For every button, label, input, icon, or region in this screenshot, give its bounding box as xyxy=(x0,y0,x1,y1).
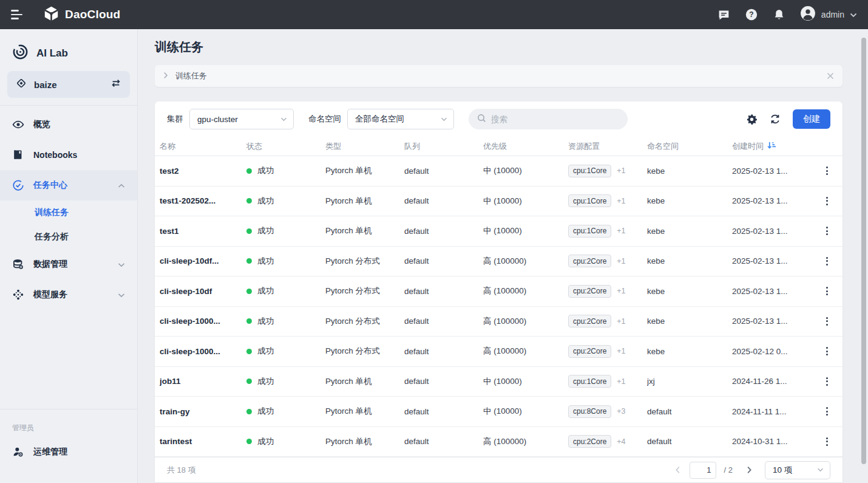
settings-gear-icon[interactable] xyxy=(746,114,758,125)
col-header-type[interactable]: 类型 xyxy=(325,141,404,152)
row-actions-kebab-icon[interactable] xyxy=(822,193,832,209)
close-icon[interactable] xyxy=(827,72,834,80)
filter-bar: 集群 gpu-cluster 命名空间 全部命名空间 xyxy=(155,101,843,137)
row-actions-kebab-icon[interactable] xyxy=(822,403,832,419)
job-type: Pytorch 单机 xyxy=(325,196,404,207)
prev-page-icon[interactable] xyxy=(674,465,682,475)
job-status: 成功 xyxy=(246,376,325,387)
job-name[interactable]: test2 xyxy=(160,166,246,176)
job-name[interactable]: test1 xyxy=(160,227,246,236)
resource-extra-count[interactable]: +1 xyxy=(617,287,625,295)
col-header-resources[interactable]: 资源配置 xyxy=(568,141,647,152)
col-header-created[interactable]: 创建时间 xyxy=(732,141,811,152)
resource-extra-count[interactable]: +1 xyxy=(617,347,625,355)
help-icon[interactable]: ? xyxy=(745,8,758,21)
job-name[interactable]: test1-202502... xyxy=(160,196,246,205)
col-header-status[interactable]: 状态 xyxy=(246,141,325,152)
col-header-name[interactable]: 名称 xyxy=(160,141,246,152)
resource-extra-count[interactable]: +1 xyxy=(617,227,625,235)
job-name[interactable]: cli-sleep-1000... xyxy=(160,317,246,326)
job-created-time: 2025-02-13 1... xyxy=(732,166,811,176)
messages-icon[interactable] xyxy=(717,9,730,21)
page-title: 训练任务 xyxy=(155,39,843,55)
sidebar-item-overview[interactable]: 概览 xyxy=(0,109,137,140)
notifications-bell-icon[interactable] xyxy=(773,9,785,21)
table-row[interactable]: job11 成功 Pytorch 单机 default 中 (10000) cp… xyxy=(155,367,843,397)
page-number-input[interactable] xyxy=(690,462,716,479)
row-actions-kebab-icon[interactable] xyxy=(822,374,832,389)
table-row[interactable]: train-gy 成功 Pytorch 单机 default 中 (10000)… xyxy=(155,397,843,427)
row-actions-kebab-icon[interactable] xyxy=(822,434,832,450)
job-name[interactable]: cli-sleep-10df xyxy=(160,287,246,296)
job-name[interactable]: train-gy xyxy=(160,407,246,416)
col-header-priority[interactable]: 优先级 xyxy=(483,141,568,152)
top-header: DaoCloud ? admin xyxy=(0,0,868,29)
job-resources: cpu:2Core +1 xyxy=(568,315,647,327)
page-size-select[interactable]: 10 项 xyxy=(765,461,830,479)
chevron-down-icon xyxy=(118,290,125,300)
refresh-icon[interactable] xyxy=(769,113,781,125)
row-actions-kebab-icon[interactable] xyxy=(822,343,832,359)
job-name[interactable]: cli-sleep-10df... xyxy=(160,256,246,265)
menu-toggle-icon[interactable] xyxy=(11,10,22,19)
status-dot-icon xyxy=(246,318,252,324)
job-name[interactable]: job11 xyxy=(160,377,246,386)
table-row[interactable]: test1-202502... 成功 Pytorch 单机 default 中 … xyxy=(155,187,843,217)
job-name[interactable]: tarintest xyxy=(160,437,246,446)
table-row[interactable]: tarintest 成功 Pytorch 单机 default 高 (10000… xyxy=(155,427,843,457)
job-queue: default xyxy=(404,287,483,296)
sidebar-item-notebooks[interactable]: Notebooks xyxy=(0,140,137,170)
namespace-select[interactable]: 全部命名空间 xyxy=(347,109,454,129)
next-page-icon[interactable] xyxy=(745,465,753,475)
col-header-namespace[interactable]: 命名空间 xyxy=(647,141,732,152)
workspace-switch-icon[interactable] xyxy=(110,78,121,91)
job-resources: cpu:8Core +3 xyxy=(568,405,647,418)
chevron-right-icon[interactable] xyxy=(163,70,168,81)
resource-extra-count[interactable]: +1 xyxy=(617,317,625,326)
create-button[interactable]: 创建 xyxy=(793,109,830,129)
sidebar-item-label: Notebooks xyxy=(33,150,125,160)
row-actions-kebab-icon[interactable] xyxy=(822,283,832,299)
job-priority: 中 (10000) xyxy=(483,165,568,176)
notebook-icon xyxy=(12,149,24,161)
job-type: Pytorch 分布式 xyxy=(325,346,404,357)
table-header-row: 名称 状态 类型 队列 优先级 资源配置 命名空间 创建时间 xyxy=(155,137,843,156)
resource-extra-count[interactable]: +1 xyxy=(617,197,625,205)
job-created-time: 2025-02-13 1... xyxy=(732,317,811,326)
sidebar-item-data-management[interactable]: 数据管理 xyxy=(0,249,137,279)
table-row[interactable]: test2 成功 Pytorch 单机 default 中 (10000) cp… xyxy=(155,156,843,187)
table-body: test2 成功 Pytorch 单机 default 中 (10000) cp… xyxy=(155,156,843,457)
job-queue: default xyxy=(404,166,483,176)
brand[interactable]: DaoCloud xyxy=(43,5,120,24)
resource-extra-count[interactable]: +1 xyxy=(617,166,625,175)
sidebar-item-ops-management[interactable]: 运维管理 xyxy=(0,437,137,467)
row-actions-kebab-icon[interactable] xyxy=(822,313,832,329)
user-menu[interactable]: admin xyxy=(800,5,857,24)
chevron-up-icon xyxy=(118,180,125,190)
row-actions-kebab-icon[interactable] xyxy=(822,253,832,269)
resource-extra-count[interactable]: +3 xyxy=(617,407,625,416)
sidebar-item-model-services[interactable]: 模型服务 xyxy=(0,279,137,310)
table-row[interactable]: test1 成功 Pytorch 单机 default 中 (10000) cp… xyxy=(155,216,843,247)
resource-extra-count[interactable]: +4 xyxy=(617,437,625,446)
sidebar-item-task-center[interactable]: 任务中心 xyxy=(0,170,137,200)
table-row[interactable]: cli-sleep-10df 成功 Pytorch 分布式 default 高 … xyxy=(155,276,843,307)
job-name[interactable]: cli-sleep-1000... xyxy=(160,347,246,356)
row-actions-kebab-icon[interactable] xyxy=(822,163,832,179)
workspace-selector[interactable]: baize xyxy=(7,71,130,98)
row-actions-kebab-icon[interactable] xyxy=(822,223,832,239)
search-input[interactable] xyxy=(491,115,619,124)
job-type: Pytorch 单机 xyxy=(325,376,404,387)
sidebar-subitem-training-jobs[interactable]: 训练任务 xyxy=(0,200,137,225)
table-row[interactable]: cli-sleep-1000... 成功 Pytorch 分布式 default… xyxy=(155,307,843,337)
job-queue: default xyxy=(404,377,483,386)
table-row[interactable]: cli-sleep-1000... 成功 Pytorch 分布式 default… xyxy=(155,337,843,367)
resource-extra-count[interactable]: +1 xyxy=(617,257,625,265)
col-header-queue[interactable]: 队列 xyxy=(404,141,483,152)
cluster-select[interactable]: gpu-cluster xyxy=(189,109,294,129)
sort-descending-icon[interactable] xyxy=(767,141,776,151)
table-row[interactable]: cli-sleep-10df... 成功 Pytorch 分布式 default… xyxy=(155,247,843,277)
sidebar-subitem-job-analysis[interactable]: 任务分析 xyxy=(0,225,137,249)
resource-extra-count[interactable]: +1 xyxy=(617,377,625,386)
vertical-scrollbar[interactable] xyxy=(861,38,866,464)
